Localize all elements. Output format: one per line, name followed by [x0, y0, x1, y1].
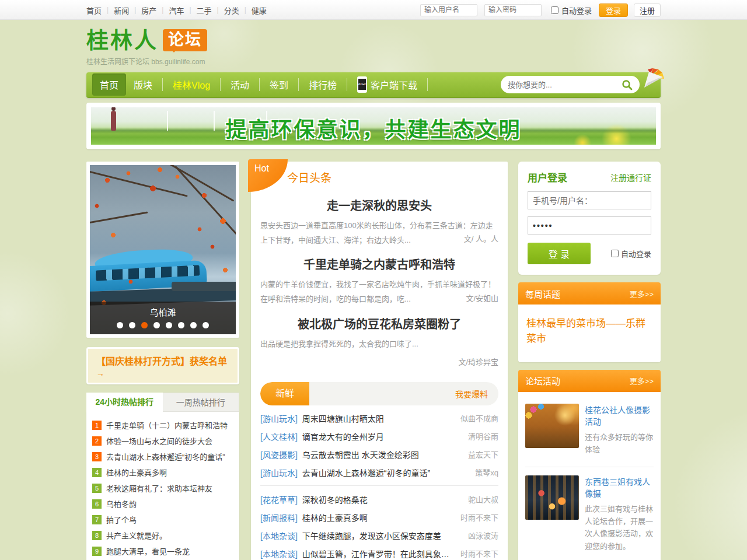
rank-badge: 5 — [92, 484, 102, 493]
nav-item-ranking[interactable]: 排行榜 — [301, 74, 344, 96]
login-password-input[interactable] — [528, 216, 651, 235]
article-title[interactable]: 走一走深秋的思安头 — [260, 197, 498, 214]
nav-item-boards[interactable]: 版块 — [126, 74, 160, 96]
hot-list-item[interactable]: 8共产主义就是好。 — [92, 530, 233, 541]
top-nav-home[interactable]: 首页 — [86, 5, 102, 16]
login-username-input[interactable] — [528, 191, 651, 209]
nav-item-checkin[interactable]: 签到 — [262, 74, 296, 96]
top-nav-cars[interactable]: 汽车 — [169, 5, 184, 16]
weekly-topic-more-link[interactable]: 更多>> — [630, 288, 654, 299]
search-input[interactable] — [508, 80, 622, 89]
top-nav-secondhand[interactable]: 二手 — [197, 5, 212, 16]
activity-item[interactable]: 桂花公社人像摄影活动 还有众多好玩的等你体验 — [525, 398, 654, 464]
rank-badge: 9 — [92, 547, 102, 556]
slider-dot-7[interactable] — [190, 322, 197, 328]
post-category[interactable]: [本地杂谈] — [260, 530, 298, 541]
fresh-post-row[interactable]: [风姿摄影]乌云散去朝霞出 水天泼金绘彩图益宏天下 — [260, 445, 498, 463]
corner-fold-icon — [642, 68, 665, 93]
post-category[interactable]: [风姿摄影] — [260, 449, 298, 460]
top-register-button[interactable]: 注册 — [634, 4, 661, 17]
login-panel-title: 用户登录 — [528, 170, 567, 184]
post-category[interactable]: [新闻报料] — [260, 512, 298, 523]
post-category[interactable]: [花花草草] — [260, 494, 298, 505]
rank-badge: 7 — [92, 515, 102, 524]
top-nav-news[interactable]: 新闻 — [114, 5, 129, 16]
hot-ranking-list: 1千里走单骑（十二）内蒙古呼和浩特 2体验一场山与水之间的徒步大会 3去青山湖水… — [86, 412, 239, 560]
fresh-post-row[interactable]: [游山玩水]周末四塘旗山村晒太阳似曲不成商 — [260, 409, 498, 427]
top-nav-classifieds[interactable]: 分类 — [224, 5, 239, 16]
divider: | — [134, 6, 136, 14]
nav-app-download-label: 客户端下载 — [371, 78, 417, 92]
hot-list-item[interactable]: 5老秋这厢有礼了：求助本坛神友 — [92, 482, 233, 494]
headline-article: 走一走深秋的思安头 思安头西边一道垂直高度100米的长形山体，分布着三条古道：左… — [260, 197, 498, 244]
fresh-post-row[interactable]: [新闻报料]桂林的土豪真多啊时雨不来下 — [260, 508, 498, 526]
activity-title[interactable]: 桂花公社人像摄影活动 — [585, 404, 654, 427]
top-password-input[interactable] — [484, 4, 542, 16]
hot-list-item[interactable]: 1千里走单骑（十二）内蒙古呼和浩特 — [92, 419, 233, 430]
activity-title[interactable]: 东西巷三姐有戏人像摄 — [585, 475, 654, 499]
site-logo[interactable]: 桂林人 论坛 — [86, 20, 661, 51]
slider-dot-5[interactable] — [166, 322, 172, 328]
slider-dot-2[interactable] — [129, 322, 135, 328]
search-icon[interactable] — [622, 79, 633, 90]
nav-item-activities[interactable]: 活动 — [223, 74, 257, 96]
forum-activities-more-link[interactable]: 更多>> — [630, 375, 654, 386]
post-category[interactable]: [人文桂林] — [260, 430, 298, 442]
activity-item[interactable]: 东西巷三姐有戏人像摄 此次三姐有戏与桂林人论坛合作，开展一次人像摄影活动，欢迎您… — [525, 470, 654, 560]
eco-banner[interactable]: 提高环保意识，共建生态文明 — [91, 107, 656, 145]
post-category[interactable]: [本地杂谈] — [260, 548, 298, 559]
post-author: 时雨不来下 — [456, 548, 498, 559]
hot-list-item[interactable]: 3去青山湖水上森林邂逅“初冬的童话” — [92, 451, 233, 462]
hot-list-item[interactable]: 9跑腿大清早，看见一条龙 — [92, 545, 233, 556]
slider-dot-3-active[interactable] — [141, 322, 148, 328]
divider: | — [107, 6, 109, 14]
slider-photo-wupotan[interactable]: 乌柏滩 — [90, 165, 236, 334]
fresh-post-row[interactable]: [人文桂林]谪官龙大有的全州岁月清明谷雨 — [260, 427, 498, 445]
user-login-panel: 用户登录 注册通行证 登 录 自动登录 — [518, 162, 661, 275]
rank-badge: 1 — [92, 421, 102, 430]
award-notice-box[interactable]: 【国庆桂林打开方式】获奖名单 → — [86, 347, 239, 384]
nav-item-vlog[interactable]: 桂林Vlog — [165, 74, 218, 96]
hot-list-item[interactable]: 2体验一场山与水之间的徒步大会 — [92, 435, 233, 446]
fresh-post-row[interactable]: [本地杂谈]山似碧玉簪，江作青罗带！在此刻具象化了时雨不来下 — [260, 544, 498, 560]
page: 首页| 新闻| 房产| 汽车| 二手| 分类| 健康 自动登录 登录 注册 — [0, 0, 747, 560]
top-username-input[interactable] — [420, 4, 477, 16]
article-title[interactable]: 被北极广场的豆花私房菜圈粉了 — [260, 315, 498, 332]
login-button[interactable]: 登 录 — [528, 243, 591, 264]
article-title[interactable]: 千里走单骑之内蒙古呼和浩特 — [260, 256, 498, 272]
slider-dot-4[interactable] — [153, 322, 160, 328]
nav-item-home[interactable]: 首页 — [92, 74, 126, 96]
weekly-topic-section: 每周话题 更多>> 桂林最早的菜市场——乐群菜市 — [518, 282, 661, 362]
fresh-post-row[interactable]: [花花草草]深秋初冬的格桑花驼山大叔 — [260, 490, 498, 508]
weekly-topic-content[interactable]: 桂林最早的菜市场——乐群菜市 — [525, 310, 654, 356]
top-nav-realestate[interactable]: 房产 — [141, 5, 156, 16]
post-category[interactable]: [游山玩水] — [260, 467, 298, 478]
tab-weekly-hot[interactable]: 一周热帖排行 — [163, 393, 240, 412]
slider-dot-6[interactable] — [178, 322, 184, 328]
divider: | — [245, 6, 246, 14]
top-auto-login-checkbox[interactable] — [551, 6, 558, 14]
night-market-photo — [525, 475, 579, 520]
divider — [259, 78, 260, 91]
top-login-button[interactable]: 登录 — [599, 4, 628, 17]
fresh-post-row[interactable]: [本地杂谈]下午继续跑腿，发现这小区保安态度差凶泳波涛 — [260, 526, 498, 544]
fresh-tab[interactable]: 新鲜 — [260, 382, 309, 405]
article-desc: 出品硬是把我拿捏得死死的，太合我的口味了... — [260, 337, 498, 352]
nav-item-app-download[interactable]: down 客户端下载 — [350, 72, 425, 97]
auto-login-checkbox[interactable] — [611, 250, 619, 257]
top-nav-health[interactable]: 健康 — [252, 5, 267, 16]
hot-list-item[interactable]: 4桂林的土豪真多啊 — [92, 467, 233, 478]
register-passport-link[interactable]: 注册通行证 — [610, 172, 651, 183]
award-notice-text: 【国庆桂林打开方式】获奖名单 — [96, 355, 229, 369]
report-news-link[interactable]: 我要爆料 — [455, 388, 488, 400]
slider-caption[interactable]: 乌柏滩 — [90, 306, 236, 318]
article-author: 文/琦珍异宝 — [260, 356, 498, 367]
fresh-post-row[interactable]: [游山玩水]去青山湖水上森林邂逅“初冬的童话”策琴xq — [260, 463, 498, 481]
tab-24h-hot[interactable]: 24小时热帖排行 — [86, 393, 163, 412]
headline-article: 被北极广场的豆花私房菜圈粉了 出品硬是把我拿捏得死死的，太合我的口味了... 文… — [260, 315, 498, 368]
slider-dot-1[interactable] — [117, 322, 123, 328]
slider-dot-8[interactable] — [203, 322, 209, 328]
post-category[interactable]: [游山玩水] — [260, 412, 298, 424]
hot-list-item[interactable]: 6乌柏冬韵 — [92, 498, 233, 509]
hot-list-item[interactable]: 7拍了个鸟 — [92, 514, 233, 525]
